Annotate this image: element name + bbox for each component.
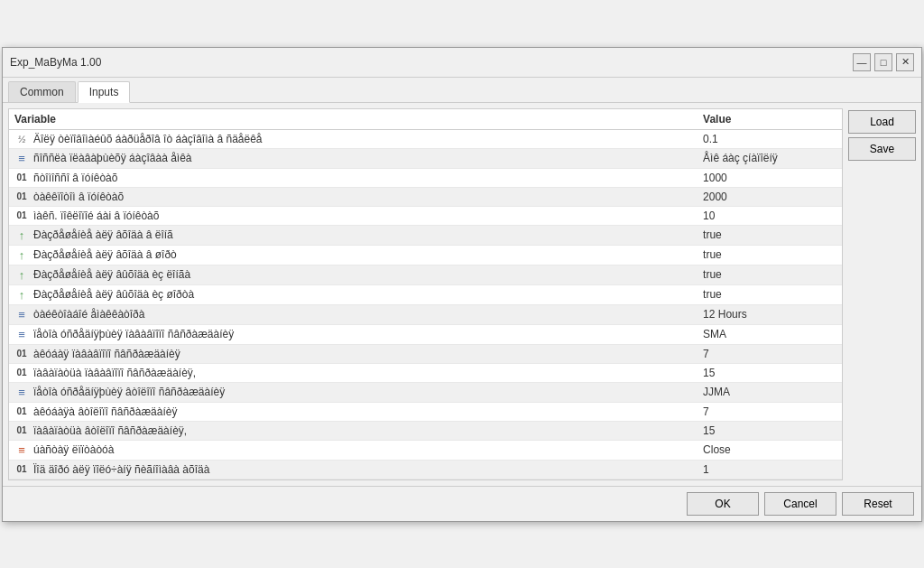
close-button[interactable]: ✕ <box>896 53 914 71</box>
side-buttons: Load Save <box>848 108 916 480</box>
title-bar: Exp_MaByMa 1.00 — □ ✕ <box>3 48 921 78</box>
variable-value: Close <box>698 440 842 460</box>
arrow-up-icon: ↑ <box>14 228 29 242</box>
bottom-bar: OK Cancel Reset <box>3 486 921 521</box>
reset-button[interactable]: Reset <box>842 492 914 516</box>
table-row[interactable]: 01àêóáàÿ ïàâàâïîïî ñâñðàæäàíèÿ7 <box>9 344 842 363</box>
stack-icon: ≡ <box>14 386 29 399</box>
table-row[interactable]: ≡ïåòîà óñðåäíÿþùèÿ ïàâàâïîïî ñâñðàæäàíèÿ… <box>9 324 842 344</box>
variable-name: Ðàçðåøåíèå àëÿ âûõîäà èç øîðòà <box>33 288 194 301</box>
variable-name: ïåòîà óñðåäíÿþùèÿ ïàâàâïîïî ñâñðàæäàíèÿ <box>33 328 234 340</box>
variable-name: Ðàçðåøåíèå àëÿ âûõîäà èç ëîíãà <box>33 268 190 281</box>
table-row[interactable]: ≡ñîññëà ïëàâàþùèõÿ áàçîâàà åìêàÅìê áàç ç… <box>9 148 842 168</box>
variable-name: ñòîìîññî â ïóíêòàõ <box>33 172 117 184</box>
cancel-button[interactable]: Cancel <box>764 492 836 516</box>
variable-name: ïàâàïàòüà âòîëîïî ñâñðàæäàíèÿ, <box>33 424 187 437</box>
numeric-icon: 01 <box>14 191 29 201</box>
variable-name: ïåòîà óñðåäíÿþùèÿ âòîëîïî ñâñðàæäàíèÿ <box>33 386 225 398</box>
variable-value: 15 <box>698 363 842 382</box>
variable-name: Ðàçðåøåíèå àëÿ âõîäà â øîðò <box>33 248 177 261</box>
stack-red-icon: ≡ <box>14 443 29 457</box>
variable-name: Ïîä äîðó àëÿ ïîëó÷àíÿ ñèãíîìàâà àõîäà <box>33 463 209 476</box>
variable-name: àêóáàÿà âòîëîïî ñâñðàæäàíèÿ <box>33 405 177 418</box>
half-icon: ½ <box>14 134 29 144</box>
variable-value: 7 <box>698 402 842 421</box>
variable-value: JJMA <box>698 382 842 402</box>
table-row[interactable]: ≡úàñòàÿ ëïïòàòóàClose <box>9 440 842 460</box>
variable-value: SMA <box>698 324 842 344</box>
variable-name: àêóáàÿ ïàâàâïîïî ñâñðàæäàíèÿ <box>33 348 180 360</box>
variable-value: 1000 <box>698 168 842 187</box>
variable-value: 10 <box>698 206 842 225</box>
stack-icon: ≡ <box>14 152 29 165</box>
col-header-variable: Variable <box>9 109 698 130</box>
variable-value: 1 <box>698 460 842 479</box>
load-button[interactable]: Load <box>848 110 916 134</box>
tab-bar: Common Inputs <box>3 78 921 103</box>
table-row[interactable]: ↑Ðàçðåøåíèå àëÿ âûõîäà èç ëîíãàtrue <box>9 265 842 284</box>
table-row[interactable]: ↑Ðàçðåøåíèå àëÿ âûõîäà èç øîðòàtrue <box>9 284 842 304</box>
numeric-icon: 01 <box>14 425 29 435</box>
table-row[interactable]: ↑Ðàçðåøåíèå àëÿ âõîäà â øîðòtrue <box>9 245 842 265</box>
numeric-icon: 01 <box>14 368 29 377</box>
table-row[interactable]: 01ìàêñ. ïîêëîïîé áài â ïóíêòàõ10 <box>9 206 842 225</box>
ok-button[interactable]: OK <box>687 492 759 516</box>
variable-value: 7 <box>698 344 842 363</box>
tab-content: Variable Value ½Äîëÿ òèïîâîìàéûõ áàðüåðî… <box>3 103 921 486</box>
variable-name: ìàêñ. ïîêëîïîé áài â ïóíêòàõ <box>33 210 159 222</box>
variable-name: òàêêïîòîì â ïóíêòàõ <box>33 191 124 203</box>
variable-value: true <box>698 225 842 245</box>
arrow-up-icon: ↑ <box>14 288 29 302</box>
variable-name: ñîññëà ïëàâàþùèõÿ áàçîâàà åìêà <box>33 152 192 164</box>
stack-icon: ≡ <box>14 308 29 321</box>
numeric-icon: 01 <box>14 406 29 416</box>
parameters-table-container: Variable Value ½Äîëÿ òèïîâîìàéûõ áàðüåðî… <box>8 108 843 480</box>
variable-value: true <box>698 265 842 284</box>
table-row[interactable]: 01ïàâàïàòüà ïàâàâïîïî ñâñðàæäàíèÿ,15 <box>9 363 842 382</box>
table-row[interactable]: 01ñòîìîññî â ïóíêòàõ1000 <box>9 168 842 187</box>
variable-value: true <box>698 284 842 304</box>
variable-value: 12 Hours <box>698 304 842 324</box>
minimize-button[interactable]: — <box>853 53 871 71</box>
numeric-icon: 01 <box>14 464 29 474</box>
variable-value: 0.1 <box>698 129 842 148</box>
variable-value: Åìê áàç çíàïîëíÿ <box>698 148 842 168</box>
variable-value: true <box>698 245 842 265</box>
col-header-value: Value <box>698 109 842 130</box>
window-title: Exp_MaByMa 1.00 <box>10 56 101 69</box>
table-row[interactable]: 01Ïîä äîðó àëÿ ïîëó÷àíÿ ñèãíîìàâà àõîäà1 <box>9 460 842 479</box>
variable-value: 2000 <box>698 187 842 206</box>
numeric-icon: 01 <box>14 172 29 182</box>
table-row[interactable]: ½Äîëÿ òèïîâîìàéûõ áàðüåðîâ îò áàçîâîìà â… <box>9 129 842 148</box>
numeric-icon: 01 <box>14 210 29 220</box>
window-controls: — □ ✕ <box>853 53 914 71</box>
maximize-button[interactable]: □ <box>874 53 892 71</box>
variable-name: Äîëÿ òèïîâîìàéûõ áàðüåðîâ îò áàçîâîìà â … <box>33 133 263 145</box>
table-row[interactable]: ≡òàéêòîàáîé åìàêêàòîðà12 Hours <box>9 304 842 324</box>
variable-name: òàéêòîàáîé åìàêêàòîðà <box>33 308 144 321</box>
save-button[interactable]: Save <box>848 137 916 161</box>
main-area: Variable Value ½Äîëÿ òèïîâîìàéûõ áàðüåðî… <box>8 108 916 480</box>
variable-value: 15 <box>698 421 842 440</box>
table-row[interactable]: ≡ïåòîà óñðåäíÿþùèÿ âòîëîïî ñâñðàæäàíèÿJJ… <box>9 382 842 402</box>
tab-common[interactable]: Common <box>8 81 76 102</box>
tab-inputs[interactable]: Inputs <box>78 81 131 103</box>
arrow-up-icon: ↑ <box>14 268 29 282</box>
table-row[interactable]: ↑Ðàçðåøåíèå àëÿ âõîäà â ëîíãtrue <box>9 225 842 245</box>
table-row[interactable]: 01ïàâàïàòüà âòîëîïî ñâñðàæäàíèÿ,15 <box>9 421 842 440</box>
stack-icon: ≡ <box>14 328 29 341</box>
table-row[interactable]: 01òàêêïîòîì â ïóíêòàõ2000 <box>9 187 842 206</box>
main-window: Exp_MaByMa 1.00 — □ ✕ Common Inputs Vari… <box>2 47 922 522</box>
arrow-up-icon: ↑ <box>14 248 29 262</box>
parameters-table: Variable Value ½Äîëÿ òèïîâîìàéûõ áàðüåðî… <box>9 109 842 480</box>
variable-name: úàñòàÿ ëïïòàòóà <box>33 443 114 456</box>
table-row[interactable]: 01àêóáàÿà âòîëîïî ñâñðàæäàíèÿ7 <box>9 402 842 421</box>
variable-name: ïàâàïàòüà ïàâàâïîïî ñâñðàæäàíèÿ, <box>33 367 196 379</box>
variable-name: Ðàçðåøåíèå àëÿ âõîäà â ëîíã <box>33 228 173 241</box>
numeric-icon: 01 <box>14 349 29 358</box>
